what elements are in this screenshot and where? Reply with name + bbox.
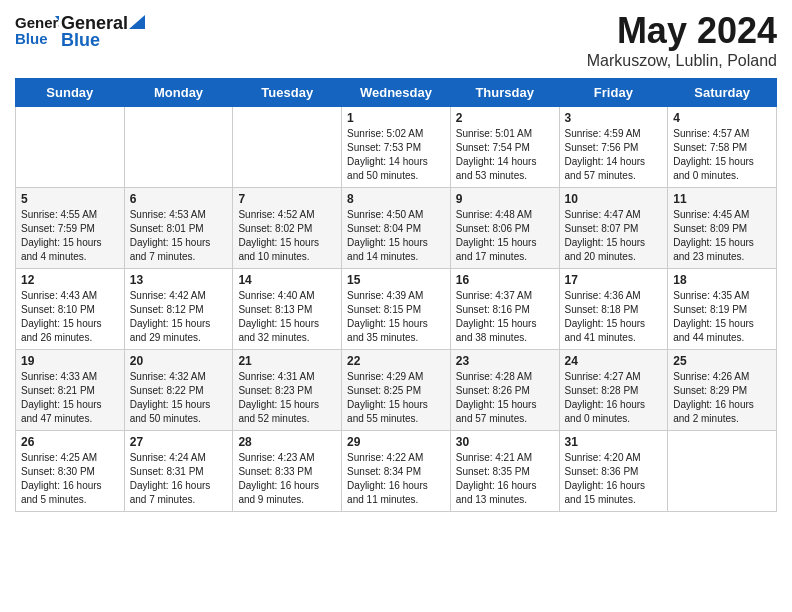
day-info: Sunrise: 4:35 AM Sunset: 8:19 PM Dayligh… (673, 289, 771, 345)
day-header-wednesday: Wednesday (342, 79, 451, 107)
day-header-tuesday: Tuesday (233, 79, 342, 107)
day-number: 10 (565, 192, 663, 206)
day-number: 6 (130, 192, 228, 206)
day-info: Sunrise: 4:57 AM Sunset: 7:58 PM Dayligh… (673, 127, 771, 183)
calendar-cell: 12Sunrise: 4:43 AM Sunset: 8:10 PM Dayli… (16, 269, 125, 350)
calendar-cell: 20Sunrise: 4:32 AM Sunset: 8:22 PM Dayli… (124, 350, 233, 431)
day-info: Sunrise: 4:45 AM Sunset: 8:09 PM Dayligh… (673, 208, 771, 264)
calendar-week-1: 5Sunrise: 4:55 AM Sunset: 7:59 PM Daylig… (16, 188, 777, 269)
day-info: Sunrise: 4:29 AM Sunset: 8:25 PM Dayligh… (347, 370, 445, 426)
calendar-cell: 28Sunrise: 4:23 AM Sunset: 8:33 PM Dayli… (233, 431, 342, 512)
calendar-cell: 21Sunrise: 4:31 AM Sunset: 8:23 PM Dayli… (233, 350, 342, 431)
page-title: May 2024 (587, 10, 777, 52)
day-info: Sunrise: 4:47 AM Sunset: 8:07 PM Dayligh… (565, 208, 663, 264)
day-header-monday: Monday (124, 79, 233, 107)
day-number: 20 (130, 354, 228, 368)
logo-blue-text: Blue (61, 30, 145, 51)
title-block: May 2024 Markuszow, Lublin, Poland (587, 10, 777, 70)
day-number: 26 (21, 435, 119, 449)
calendar-cell: 5Sunrise: 4:55 AM Sunset: 7:59 PM Daylig… (16, 188, 125, 269)
day-info: Sunrise: 4:24 AM Sunset: 8:31 PM Dayligh… (130, 451, 228, 507)
calendar-week-4: 26Sunrise: 4:25 AM Sunset: 8:30 PM Dayli… (16, 431, 777, 512)
day-info: Sunrise: 4:50 AM Sunset: 8:04 PM Dayligh… (347, 208, 445, 264)
calendar-cell: 16Sunrise: 4:37 AM Sunset: 8:16 PM Dayli… (450, 269, 559, 350)
day-number: 14 (238, 273, 336, 287)
logo: General Blue General Blue (15, 10, 145, 54)
day-number: 9 (456, 192, 554, 206)
day-info: Sunrise: 4:36 AM Sunset: 8:18 PM Dayligh… (565, 289, 663, 345)
day-number: 8 (347, 192, 445, 206)
day-number: 22 (347, 354, 445, 368)
day-number: 24 (565, 354, 663, 368)
calendar-cell: 8Sunrise: 4:50 AM Sunset: 8:04 PM Daylig… (342, 188, 451, 269)
calendar-header: SundayMondayTuesdayWednesdayThursdayFrid… (16, 79, 777, 107)
day-number: 12 (21, 273, 119, 287)
day-info: Sunrise: 4:26 AM Sunset: 8:29 PM Dayligh… (673, 370, 771, 426)
calendar-week-3: 19Sunrise: 4:33 AM Sunset: 8:21 PM Dayli… (16, 350, 777, 431)
calendar-cell: 27Sunrise: 4:24 AM Sunset: 8:31 PM Dayli… (124, 431, 233, 512)
day-info: Sunrise: 4:27 AM Sunset: 8:28 PM Dayligh… (565, 370, 663, 426)
day-number: 27 (130, 435, 228, 449)
logo-icon: General Blue (15, 10, 59, 54)
day-number: 2 (456, 111, 554, 125)
day-number: 25 (673, 354, 771, 368)
calendar-cell: 31Sunrise: 4:20 AM Sunset: 8:36 PM Dayli… (559, 431, 668, 512)
calendar-cell: 13Sunrise: 4:42 AM Sunset: 8:12 PM Dayli… (124, 269, 233, 350)
calendar-cell: 17Sunrise: 4:36 AM Sunset: 8:18 PM Dayli… (559, 269, 668, 350)
calendar-cell: 9Sunrise: 4:48 AM Sunset: 8:06 PM Daylig… (450, 188, 559, 269)
day-header-sunday: Sunday (16, 79, 125, 107)
day-number: 23 (456, 354, 554, 368)
calendar-cell: 19Sunrise: 4:33 AM Sunset: 8:21 PM Dayli… (16, 350, 125, 431)
day-info: Sunrise: 5:02 AM Sunset: 7:53 PM Dayligh… (347, 127, 445, 183)
day-info: Sunrise: 4:23 AM Sunset: 8:33 PM Dayligh… (238, 451, 336, 507)
day-number: 15 (347, 273, 445, 287)
day-info: Sunrise: 4:55 AM Sunset: 7:59 PM Dayligh… (21, 208, 119, 264)
calendar-cell: 11Sunrise: 4:45 AM Sunset: 8:09 PM Dayli… (668, 188, 777, 269)
day-number: 29 (347, 435, 445, 449)
calendar-cell: 24Sunrise: 4:27 AM Sunset: 8:28 PM Dayli… (559, 350, 668, 431)
calendar-cell: 10Sunrise: 4:47 AM Sunset: 8:07 PM Dayli… (559, 188, 668, 269)
day-info: Sunrise: 4:21 AM Sunset: 8:35 PM Dayligh… (456, 451, 554, 507)
day-info: Sunrise: 4:53 AM Sunset: 8:01 PM Dayligh… (130, 208, 228, 264)
day-info: Sunrise: 4:39 AM Sunset: 8:15 PM Dayligh… (347, 289, 445, 345)
day-number: 3 (565, 111, 663, 125)
calendar-cell: 30Sunrise: 4:21 AM Sunset: 8:35 PM Dayli… (450, 431, 559, 512)
calendar-cell: 26Sunrise: 4:25 AM Sunset: 8:30 PM Dayli… (16, 431, 125, 512)
day-number: 18 (673, 273, 771, 287)
day-number: 30 (456, 435, 554, 449)
calendar-week-2: 12Sunrise: 4:43 AM Sunset: 8:10 PM Dayli… (16, 269, 777, 350)
day-info: Sunrise: 4:52 AM Sunset: 8:02 PM Dayligh… (238, 208, 336, 264)
day-number: 1 (347, 111, 445, 125)
day-info: Sunrise: 4:28 AM Sunset: 8:26 PM Dayligh… (456, 370, 554, 426)
calendar-cell: 22Sunrise: 4:29 AM Sunset: 8:25 PM Dayli… (342, 350, 451, 431)
day-number: 21 (238, 354, 336, 368)
calendar-cell (668, 431, 777, 512)
day-info: Sunrise: 4:33 AM Sunset: 8:21 PM Dayligh… (21, 370, 119, 426)
svg-text:Blue: Blue (15, 30, 48, 47)
day-number: 13 (130, 273, 228, 287)
day-number: 19 (21, 354, 119, 368)
calendar-cell (124, 107, 233, 188)
day-info: Sunrise: 4:42 AM Sunset: 8:12 PM Dayligh… (130, 289, 228, 345)
calendar-table: SundayMondayTuesdayWednesdayThursdayFrid… (15, 78, 777, 512)
day-header-friday: Friday (559, 79, 668, 107)
day-number: 17 (565, 273, 663, 287)
day-number: 28 (238, 435, 336, 449)
day-number: 31 (565, 435, 663, 449)
day-info: Sunrise: 5:01 AM Sunset: 7:54 PM Dayligh… (456, 127, 554, 183)
day-info: Sunrise: 4:59 AM Sunset: 7:56 PM Dayligh… (565, 127, 663, 183)
day-number: 7 (238, 192, 336, 206)
day-info: Sunrise: 4:48 AM Sunset: 8:06 PM Dayligh… (456, 208, 554, 264)
page-header: General Blue General Blue May 2024 Marku… (15, 10, 777, 70)
calendar-cell: 1Sunrise: 5:02 AM Sunset: 7:53 PM Daylig… (342, 107, 451, 188)
day-header-thursday: Thursday (450, 79, 559, 107)
calendar-cell: 2Sunrise: 5:01 AM Sunset: 7:54 PM Daylig… (450, 107, 559, 188)
day-info: Sunrise: 4:40 AM Sunset: 8:13 PM Dayligh… (238, 289, 336, 345)
calendar-week-0: 1Sunrise: 5:02 AM Sunset: 7:53 PM Daylig… (16, 107, 777, 188)
calendar-cell: 29Sunrise: 4:22 AM Sunset: 8:34 PM Dayli… (342, 431, 451, 512)
calendar-cell: 25Sunrise: 4:26 AM Sunset: 8:29 PM Dayli… (668, 350, 777, 431)
page-subtitle: Markuszow, Lublin, Poland (587, 52, 777, 70)
logo-arrow-icon (129, 15, 145, 29)
svg-marker-3 (129, 15, 145, 29)
day-number: 11 (673, 192, 771, 206)
